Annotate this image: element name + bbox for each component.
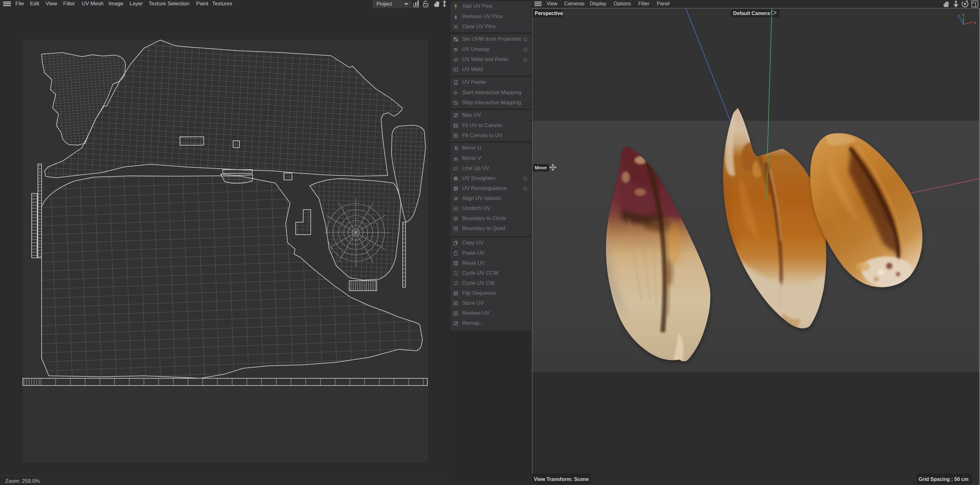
svg-text:X: X <box>974 21 976 25</box>
svg-text:Perspective: Perspective <box>535 11 563 16</box>
svg-text:View Transform: Scene: View Transform: Scene <box>534 477 589 482</box>
svg-text:Default Camera: Default Camera <box>733 11 770 16</box>
svg-text:Y: Y <box>962 13 965 17</box>
svg-text:Z: Z <box>958 14 960 19</box>
svg-text:Move: Move <box>535 165 547 170</box>
svg-text:Grid Spacing : 50 cm: Grid Spacing : 50 cm <box>919 477 969 482</box>
